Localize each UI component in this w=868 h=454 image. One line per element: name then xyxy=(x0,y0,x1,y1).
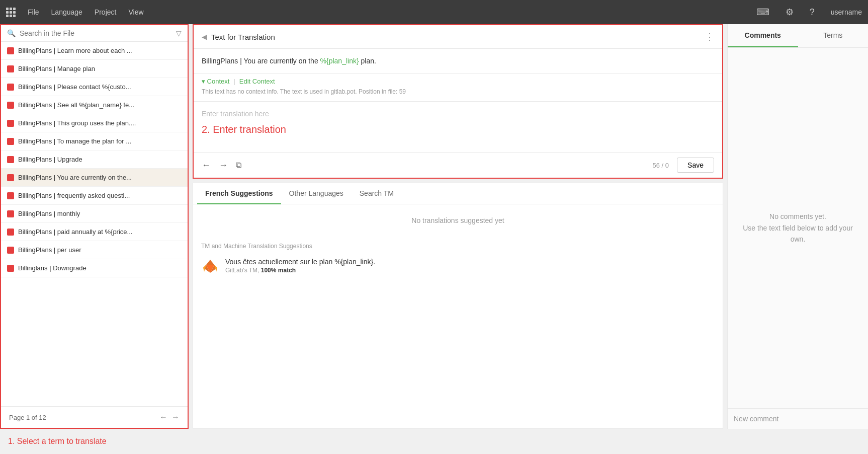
search-input[interactable] xyxy=(20,29,172,37)
item-label: BillingPlans | paid annually at %{price.… xyxy=(18,228,132,236)
file-list-item[interactable]: BillingPlans | Please contact %{custo... xyxy=(1,78,188,96)
pagination: Page 1 of 12 ← → xyxy=(1,406,188,428)
item-status-dot xyxy=(7,156,14,163)
item-status-dot xyxy=(7,138,14,145)
item-label: BillingPlans | This group uses the plan.… xyxy=(18,119,136,127)
right-panel: Comments Terms No comments yet. Use the … xyxy=(727,24,868,429)
tab-other-languages[interactable]: Other Languages xyxy=(281,183,352,204)
file-list-item[interactable]: Billinglans | Downgrade xyxy=(1,259,188,277)
item-status-dot xyxy=(7,84,14,91)
suggestion-meta-match: 100% match xyxy=(261,267,296,274)
copy-source-button[interactable]: ⧉ xyxy=(236,161,241,170)
suggestion-item[interactable]: Vous êtes actuellement sur le plan %{pla… xyxy=(193,252,723,282)
item-label: BillingPlans | You are currently on the.… xyxy=(18,174,132,181)
item-status-dot xyxy=(7,229,14,236)
file-list-item[interactable]: BillingPlans | Manage plan xyxy=(1,60,188,78)
edit-context-button[interactable]: Edit Context xyxy=(239,78,275,85)
bottom-bar: 1. Select a term to translate xyxy=(0,429,868,454)
item-label: BillingPlans | To manage the plan for ..… xyxy=(18,137,131,145)
gitlab-logo-icon xyxy=(201,258,219,276)
item-status-dot xyxy=(7,102,14,109)
translation-footer: ← → ⧉ 56 / 0 Save xyxy=(194,152,722,178)
svg-marker-0 xyxy=(206,260,214,265)
item-status-dot xyxy=(7,65,14,72)
file-list-item[interactable]: BillingPlans | You are currently on the.… xyxy=(1,169,188,187)
username-label: username xyxy=(831,8,862,16)
suggestion-meta: GitLab's TM, 100% match xyxy=(225,267,375,274)
prev-translation-button[interactable]: ← xyxy=(202,160,211,171)
tm-section-label: TM and Machine Translation Suggestions xyxy=(193,237,723,252)
item-status-dot xyxy=(7,265,14,272)
item-label: BillingPlans | Upgrade xyxy=(18,156,82,163)
file-list-item[interactable]: BillingPlans | frequently asked questi..… xyxy=(1,187,188,205)
save-button[interactable]: Save xyxy=(677,158,714,173)
prev-page-button[interactable]: ← xyxy=(159,413,167,422)
source-text-prefix: BillingPlans | You are currently on the xyxy=(202,57,320,65)
item-status-dot xyxy=(7,47,14,54)
item-label: BillingPlans | Please contact %{custo... xyxy=(18,83,131,91)
keyboard-icon[interactable]: ⌨ xyxy=(756,7,769,18)
search-icon: 🔍 xyxy=(7,29,16,37)
nav-view[interactable]: View xyxy=(128,8,143,16)
item-label: BillingPlans | monthly xyxy=(18,210,80,217)
file-list-item[interactable]: BillingPlans | See all %{plan_name} fe..… xyxy=(1,96,188,114)
tab-comments[interactable]: Comments xyxy=(728,24,798,47)
enter-translation-label: 2. Enter translation xyxy=(202,124,714,135)
new-comment-area[interactable]: New comment xyxy=(728,408,868,429)
left-panel: 🔍 ▽ BillingPlans | Learn more about each… xyxy=(0,24,189,429)
context-info: This text has no context info. The text … xyxy=(194,87,722,102)
item-label: BillingPlans | per user xyxy=(18,246,81,254)
file-list-item[interactable]: BillingPlans | paid annually at %{price.… xyxy=(1,223,188,241)
file-list-item[interactable]: BillingPlans | To manage the plan for ..… xyxy=(1,132,188,150)
item-label: BillingPlans | frequently asked questi..… xyxy=(18,192,130,199)
file-list-item[interactable]: BillingPlans | This group uses the plan.… xyxy=(1,114,188,132)
source-text-highlight: %{plan_link} xyxy=(320,57,359,65)
comments-empty: No comments yet. Use the text field belo… xyxy=(728,48,868,408)
source-text: BillingPlans | You are currently on the … xyxy=(194,49,722,73)
tab-search-tm[interactable]: Search TM xyxy=(352,183,402,204)
right-tabs: Comments Terms xyxy=(728,24,868,48)
suggestions-panel: French Suggestions Other Languages Searc… xyxy=(193,183,723,429)
item-status-dot xyxy=(7,247,14,254)
new-comment-label: New comment xyxy=(734,415,778,423)
item-status-dot xyxy=(7,174,14,181)
file-list-item[interactable]: BillingPlans | Upgrade xyxy=(1,150,188,169)
item-label: BillingPlans | Manage plan xyxy=(18,65,95,72)
char-count: 56 / 0 xyxy=(249,162,669,169)
suggestion-meta-prefix: GitLab's TM, xyxy=(225,267,261,274)
file-list-item[interactable]: BillingPlans | per user xyxy=(1,241,188,259)
translation-title: Text for Translation xyxy=(211,33,705,41)
next-translation-button[interactable]: → xyxy=(219,160,228,171)
nav-language[interactable]: Language xyxy=(51,8,82,16)
top-nav: File Language Project View ⌨ ⚙ ? usernam… xyxy=(0,0,868,24)
next-page-button[interactable]: → xyxy=(171,413,180,422)
file-list: BillingPlans | Learn more about each ...… xyxy=(1,42,188,406)
source-text-suffix: plan. xyxy=(359,57,376,65)
back-arrow-icon[interactable]: ◀ xyxy=(202,33,207,41)
filter-icon[interactable]: ▽ xyxy=(176,29,182,37)
help-icon[interactable]: ? xyxy=(810,7,815,18)
pagination-label: Page 1 of 12 xyxy=(9,414,46,421)
item-label: BillingPlans | See all %{plan_name} fe..… xyxy=(18,101,134,109)
translation-input-area[interactable]: Enter translation here 2. Enter translat… xyxy=(194,102,722,152)
no-suggestions-text: No translations suggested yet xyxy=(193,204,723,237)
more-options-icon[interactable]: ⋮ xyxy=(705,31,714,42)
context-label[interactable]: ▾ Context xyxy=(202,78,229,85)
no-comments-line1: No comments yet. xyxy=(769,211,826,222)
item-label: BillingPlans | Learn more about each ... xyxy=(18,47,132,54)
no-comments-line2: Use the text field below to add your own… xyxy=(740,222,856,245)
gear-icon[interactable]: ⚙ xyxy=(786,7,794,18)
translation-header: ◀ Text for Translation ⋮ xyxy=(194,25,722,49)
context-row: ▾ Context | Edit Context xyxy=(194,73,722,87)
nav-project[interactable]: Project xyxy=(95,8,117,16)
tab-terms[interactable]: Terms xyxy=(798,24,869,47)
grid-icon[interactable] xyxy=(6,8,16,17)
nav-file[interactable]: File xyxy=(28,8,39,16)
file-list-item[interactable]: BillingPlans | Learn more about each ... xyxy=(1,42,188,60)
bottom-annotation: 1. Select a term to translate xyxy=(8,437,107,446)
item-status-dot xyxy=(7,210,14,217)
center-panel: ◀ Text for Translation ⋮ BillingPlans | … xyxy=(189,24,727,429)
tab-french-suggestions[interactable]: French Suggestions xyxy=(197,183,281,204)
item-status-dot xyxy=(7,120,14,127)
file-list-item[interactable]: BillingPlans | monthly xyxy=(1,205,188,223)
